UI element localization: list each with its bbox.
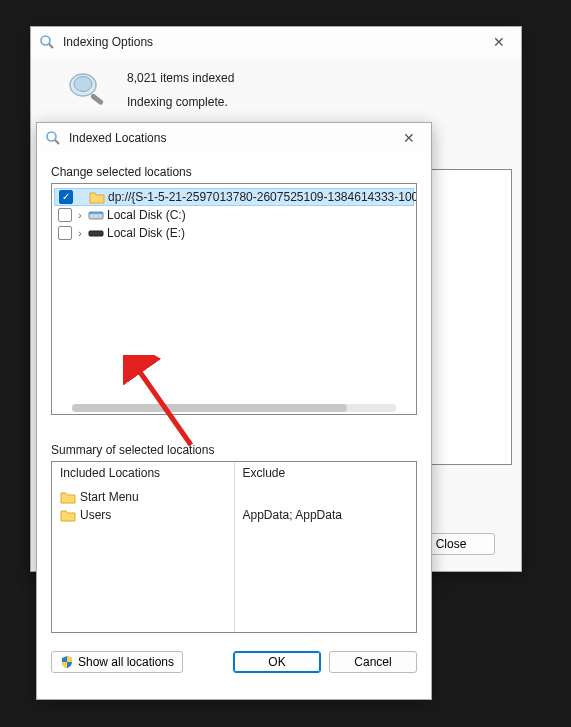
exclude-header: Exclude — [243, 466, 409, 480]
list-item[interactable]: Start Menu — [60, 488, 226, 506]
close-icon[interactable]: ✕ — [395, 126, 423, 150]
summary-label: Summary of selected locations — [51, 443, 417, 457]
included-column: Included Locations Start Menu Users — [52, 462, 235, 632]
scrollbar-thumb[interactable] — [72, 404, 347, 412]
expander-icon[interactable]: › — [75, 210, 85, 221]
summary-box: Included Locations Start Menu Users Excl… — [51, 461, 417, 633]
search-icon — [45, 130, 61, 146]
parent-body: 8,021 items indexed Indexing complete. — [31, 57, 521, 117]
folder-icon — [89, 190, 105, 204]
included-location-label: Start Menu — [80, 490, 139, 504]
magnifier-icon — [63, 69, 111, 109]
tree-item-label: dp://{S-1-5-21-2597013780-2607525109-138… — [108, 190, 417, 204]
dialog-body: Change selected locations › dp://{S-1-5-… — [37, 153, 431, 639]
svg-rect-4 — [90, 93, 104, 106]
tree-item-label: Local Disk (E:) — [107, 226, 185, 240]
svg-line-6 — [55, 140, 59, 144]
svg-rect-9 — [89, 231, 103, 236]
checkbox[interactable] — [58, 208, 72, 222]
indexed-locations-dialog: Indexed Locations ✕ Change selected loca… — [36, 122, 432, 700]
included-header: Included Locations — [60, 466, 226, 480]
disk-icon — [88, 226, 104, 240]
show-all-label: Show all locations — [78, 655, 174, 669]
window-title: Indexing Options — [63, 35, 485, 49]
exclude-column: Exclude AppData; AppData — [235, 462, 417, 632]
folder-icon — [60, 491, 76, 504]
locations-tree[interactable]: › dp://{S-1-5-21-2597013780-2607525109-1… — [51, 183, 417, 415]
tree-row[interactable]: › Local Disk (C:) — [54, 206, 414, 224]
items-indexed-text: 8,021 items indexed — [127, 71, 503, 85]
list-item[interactable]: Users — [60, 506, 226, 524]
checkbox[interactable] — [59, 190, 73, 204]
change-locations-label: Change selected locations — [51, 165, 417, 179]
indexing-status-text: Indexing complete. — [127, 95, 503, 109]
expander-icon[interactable]: › — [75, 228, 85, 239]
shield-icon — [60, 655, 74, 669]
exclude-value: AppData; AppData — [243, 508, 342, 522]
tree-item-label: Local Disk (C:) — [107, 208, 186, 222]
svg-point-0 — [41, 36, 50, 45]
cancel-button[interactable]: Cancel — [329, 651, 417, 673]
dialog-button-row: Show all locations OK Cancel — [37, 639, 431, 685]
svg-point-3 — [74, 77, 92, 92]
tree-row[interactable]: › Local Disk (E:) — [54, 224, 414, 242]
tree-row[interactable]: › dp://{S-1-5-21-2597013780-2607525109-1… — [54, 188, 414, 206]
dialog-title: Indexed Locations — [69, 131, 395, 145]
svg-rect-8 — [89, 212, 103, 214]
svg-line-1 — [49, 44, 53, 48]
ok-button[interactable]: OK — [233, 651, 321, 673]
disk-icon — [88, 208, 104, 222]
close-icon[interactable]: ✕ — [485, 30, 513, 54]
titlebar: Indexing Options ✕ — [31, 27, 521, 57]
folder-icon — [60, 509, 76, 522]
search-icon — [39, 34, 55, 50]
list-item: AppData; AppData — [243, 506, 409, 524]
titlebar: Indexed Locations ✕ — [37, 123, 431, 153]
horizontal-scrollbar[interactable] — [72, 404, 396, 412]
svg-point-5 — [47, 132, 56, 141]
list-item — [243, 488, 409, 506]
show-all-locations-button[interactable]: Show all locations — [51, 651, 183, 673]
included-location-label: Users — [80, 508, 111, 522]
checkbox[interactable] — [58, 226, 72, 240]
